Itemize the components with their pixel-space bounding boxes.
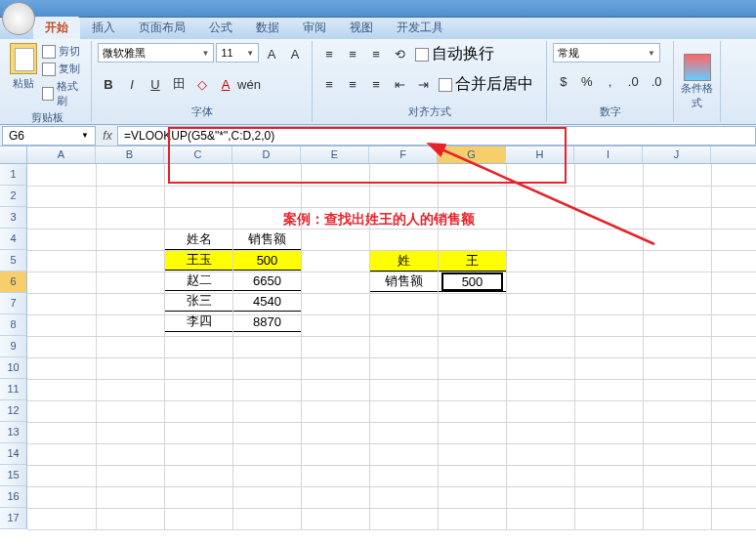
- row-header-9[interactable]: 9: [0, 336, 26, 357]
- row-header-13[interactable]: 13: [0, 422, 26, 443]
- align-top-button[interactable]: ≡: [318, 43, 340, 64]
- row-header-15[interactable]: 15: [0, 465, 26, 486]
- paste-button[interactable]: 粘贴: [10, 43, 37, 109]
- tab-review[interactable]: 审阅: [291, 17, 338, 39]
- office-button[interactable]: [2, 2, 35, 35]
- fill-color-button[interactable]: ◇: [191, 73, 213, 95]
- indent-inc-button[interactable]: ⇥: [412, 73, 434, 95]
- table-cell: 王: [439, 251, 507, 272]
- wrap-icon: [415, 48, 429, 62]
- chevron-down-icon: ▼: [201, 49, 209, 58]
- comma-button[interactable]: ,: [600, 71, 621, 93]
- group-font: 微软雅黑▼ 11▼ A A B I U 田 ◇ A wén 字体: [92, 41, 313, 122]
- group-clipboard: 粘贴 剪切 复制 格式刷 剪贴板: [4, 41, 92, 122]
- dec-decimal-button[interactable]: .0: [646, 71, 667, 93]
- chevron-down-icon: ▼: [648, 49, 655, 58]
- font-name-combo[interactable]: 微软雅黑▼: [98, 43, 214, 63]
- tab-layout[interactable]: 页面布局: [127, 17, 197, 39]
- chevron-down-icon: ▼: [81, 131, 89, 140]
- col-header-J[interactable]: J: [643, 146, 711, 163]
- row-header-12[interactable]: 12: [0, 400, 26, 422]
- group-conditional[interactable]: 条件格式: [674, 41, 721, 122]
- col-header-A[interactable]: A: [27, 146, 96, 163]
- row-header-4[interactable]: 4: [0, 229, 26, 250]
- row-header-10[interactable]: 10: [0, 357, 26, 379]
- currency-button[interactable]: $: [553, 71, 574, 93]
- number-format-combo[interactable]: 常规▼: [553, 43, 660, 63]
- row-header-7[interactable]: 7: [0, 293, 26, 314]
- align-left-button[interactable]: ≡: [318, 73, 340, 95]
- scissors-icon: [42, 45, 56, 59]
- orientation-button[interactable]: ⟲: [389, 43, 410, 64]
- row-header-14[interactable]: 14: [0, 443, 26, 465]
- group-label: 剪贴板: [10, 109, 85, 126]
- table-cell: 赵二: [165, 271, 233, 291]
- tab-data[interactable]: 数据: [244, 17, 291, 39]
- table-cell: 姓: [370, 251, 439, 272]
- tab-home[interactable]: 开始: [33, 17, 80, 39]
- paste-icon: [10, 43, 37, 74]
- border-button[interactable]: 田: [168, 73, 189, 95]
- align-center-button[interactable]: ≡: [342, 73, 363, 95]
- col-header-G[interactable]: G: [438, 146, 506, 163]
- row-header-11[interactable]: 11: [0, 379, 26, 400]
- select-all-corner[interactable]: [0, 146, 27, 164]
- row-header-6[interactable]: 6: [0, 272, 26, 293]
- col-header-B[interactable]: B: [96, 146, 164, 163]
- col-header-C[interactable]: C: [164, 146, 232, 163]
- table-cell: 王玉: [165, 250, 233, 271]
- font-color-button[interactable]: A: [215, 73, 236, 95]
- font-size-combo[interactable]: 11▼: [216, 43, 259, 63]
- align-right-button[interactable]: ≡: [365, 73, 387, 95]
- worksheet[interactable]: ABCDEFGHIJ 1234567891011121314151617 案例：…: [0, 146, 756, 543]
- inc-decimal-button[interactable]: .0: [622, 71, 644, 93]
- cell-grid[interactable]: 案例：查找出姓王的人的销售额 姓名销售额 王玉500 赵二6650 张三4540…: [27, 164, 756, 529]
- row-header-1[interactable]: 1: [0, 164, 26, 186]
- active-cell[interactable]: 500: [441, 272, 503, 291]
- row-headers: 1234567891011121314151617: [0, 164, 27, 529]
- name-box[interactable]: G6▼: [2, 126, 96, 146]
- wrap-text-button[interactable]: 自动换行: [412, 43, 497, 65]
- align-middle-button[interactable]: ≡: [342, 43, 363, 64]
- col-header-E[interactable]: E: [301, 146, 369, 163]
- grow-font-button[interactable]: A: [261, 43, 282, 64]
- table-cell: 500: [439, 272, 507, 292]
- italic-button[interactable]: I: [121, 73, 143, 95]
- col-header-H[interactable]: H: [506, 146, 574, 163]
- row-header-17[interactable]: 17: [0, 508, 26, 529]
- tab-dev[interactable]: 开发工具: [385, 17, 455, 39]
- align-bottom-button[interactable]: ≡: [365, 43, 387, 64]
- merge-icon: [439, 78, 452, 92]
- group-label: 字体: [98, 104, 306, 120]
- ribbon: 粘贴 剪切 复制 格式刷 剪贴板 微软雅黑▼ 11▼ A A B I U 田 ◇…: [0, 39, 756, 125]
- table-cell: 销售额: [370, 272, 439, 292]
- formula-input[interactable]: =VLOOKUP(G5&"*",C:D,2,0): [117, 126, 756, 146]
- fx-icon[interactable]: fx: [98, 129, 117, 143]
- col-header-I[interactable]: I: [574, 146, 643, 163]
- shrink-font-button[interactable]: A: [284, 43, 306, 64]
- tab-view[interactable]: 视图: [338, 17, 385, 39]
- tab-insert[interactable]: 插入: [80, 17, 127, 39]
- phonetic-button[interactable]: wén: [238, 73, 260, 95]
- row-header-3[interactable]: 3: [0, 207, 26, 229]
- format-painter-button[interactable]: 格式刷: [39, 78, 85, 109]
- merge-center-button[interactable]: 合并后居中: [436, 73, 536, 96]
- group-alignment: ≡ ≡ ≡ ⟲ 自动换行 ≡ ≡ ≡ ⇤ ⇥ 合并后居中 对齐方式: [313, 41, 547, 122]
- col-header-F[interactable]: F: [369, 146, 438, 163]
- table-header: 姓名: [165, 230, 233, 250]
- copy-button[interactable]: 复制: [39, 61, 85, 77]
- conditional-label: 条件格式: [680, 81, 714, 110]
- underline-button[interactable]: U: [145, 73, 166, 95]
- row-header-5[interactable]: 5: [0, 250, 26, 272]
- indent-dec-button[interactable]: ⇤: [389, 73, 410, 95]
- col-header-D[interactable]: D: [232, 146, 301, 163]
- cut-button[interactable]: 剪切: [39, 43, 85, 60]
- bold-button[interactable]: B: [98, 73, 119, 95]
- percent-button[interactable]: %: [576, 71, 598, 93]
- tab-formulas[interactable]: 公式: [197, 17, 244, 39]
- row-header-8[interactable]: 8: [0, 314, 26, 336]
- row-header-16[interactable]: 16: [0, 486, 26, 508]
- row-header-2[interactable]: 2: [0, 186, 26, 207]
- table-cell: 500: [233, 250, 302, 271]
- paste-label: 粘贴: [13, 76, 34, 91]
